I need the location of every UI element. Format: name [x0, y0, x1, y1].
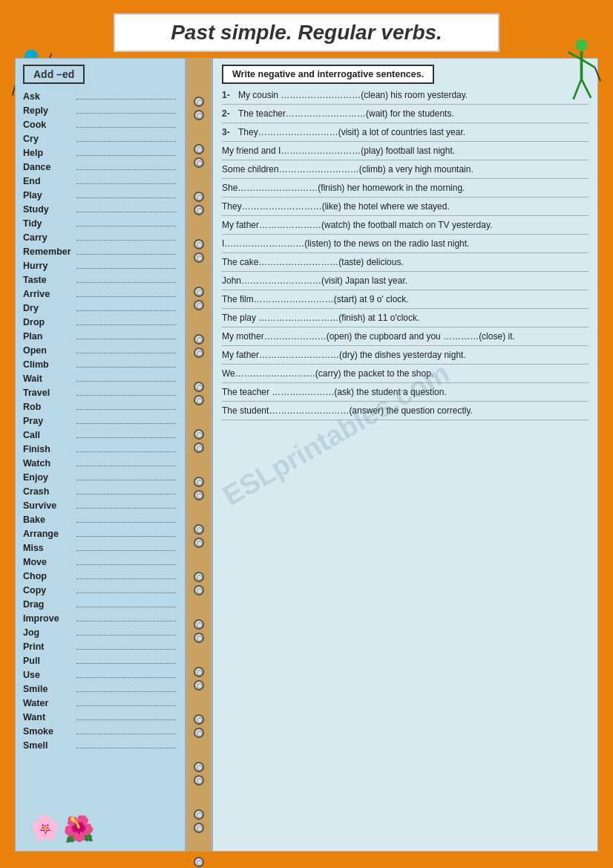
verb-dots: [76, 480, 176, 480]
verb-name: Smell: [23, 739, 75, 753]
sentence-underline: [222, 306, 589, 309]
list-item: Arrive: [23, 287, 177, 301]
list-item: She………………………(finish) her homework in the…: [222, 183, 589, 198]
list-item: Move: [23, 555, 177, 570]
verb-name: Pray: [23, 414, 75, 428]
list-item: Rob: [23, 400, 177, 414]
list-item: Cry: [23, 132, 177, 146]
sentence-text: They………………………(visit) a lot of countries …: [238, 127, 589, 137]
verb-name: Move: [23, 555, 75, 570]
list-item: Smoke: [23, 725, 177, 739]
sentence-text: The teacher………………………(wait) for the stude…: [238, 108, 589, 119]
verb-name: Print: [23, 640, 75, 654]
list-item: Ask: [23, 90, 177, 104]
list-item: Arrange: [23, 527, 177, 541]
verb-dots: [76, 353, 176, 353]
sentence-underline: [222, 139, 589, 142]
verb-name: Travel: [23, 386, 75, 400]
verb-name: Rob: [23, 400, 75, 414]
verb-dots: [76, 169, 176, 170]
verb-dots: [76, 691, 176, 692]
list-item: 1-My cousin ………………………(clean) his room ye…: [222, 90, 589, 105]
sentence-underline: [222, 362, 589, 365]
verb-dots: [76, 635, 176, 636]
verb-dots: [76, 649, 176, 650]
verb-name: Tidy: [23, 217, 75, 231]
list-item: The cake………………………(taste) delicious.: [222, 257, 589, 272]
sentence-underline: [222, 287, 589, 290]
verb-dots: [76, 564, 176, 565]
verb-name: Ask: [23, 90, 75, 104]
verb-name: Improve: [23, 612, 75, 626]
sentence-text: My friend and I………………………(play) football …: [222, 146, 589, 156]
list-item: Survive: [23, 499, 177, 513]
verb-name: End: [23, 174, 75, 189]
verb-name: Smoke: [23, 725, 75, 739]
spiral-pair: [194, 855, 204, 868]
spiral-bottom: [194, 157, 204, 168]
verb-name: Water: [23, 696, 75, 711]
verb-name: Help: [23, 146, 75, 160]
flower-yellow: 🌸: [30, 814, 60, 843]
spiral-bottom: [194, 585, 204, 595]
verb-name: Want: [23, 711, 75, 725]
spiral-bottom: [194, 633, 204, 643]
verb-dots: [76, 324, 176, 325]
list-item: Help: [23, 146, 177, 160]
spiral-top: [194, 524, 204, 535]
sentences-container: 1-My cousin ………………………(clean) his room ye…: [222, 90, 589, 420]
svg-line-12: [574, 79, 582, 99]
spiral-pair: [194, 143, 204, 169]
verb-name: Finish: [23, 443, 75, 457]
verb-name: Cry: [23, 132, 75, 146]
verb-dots: [76, 705, 176, 706]
sentence-text: The student………………………(answer) the questio…: [222, 405, 589, 416]
verb-dots: [76, 494, 176, 495]
spiral-top: [194, 619, 204, 630]
sentence-line: We………………………(carry) the packet to the sho…: [222, 368, 589, 379]
spiral-pair: [194, 760, 204, 787]
verb-name: Play: [23, 189, 75, 203]
list-item: Travel: [23, 386, 177, 400]
verb-dots: [76, 593, 176, 593]
sentence-line: The cake………………………(taste) delicious.: [222, 257, 589, 267]
flowers-decoration: 🌸 🌺: [30, 814, 94, 843]
list-item: Dry: [23, 301, 177, 316]
spiral-pair: [194, 808, 204, 835]
list-item: Crash: [23, 485, 177, 499]
sentence-text: They………………………(like) the hotel where we s…: [222, 201, 589, 212]
list-item: My friend and I………………………(play) football …: [222, 146, 589, 160]
verb-dots: [76, 466, 176, 466]
verb-dots: [76, 141, 176, 142]
list-item: Remember: [23, 245, 177, 259]
verb-dots: [76, 198, 176, 198]
main-content: Add –ed AskReplyCookCryHelpDanceEndPlayS…: [15, 58, 598, 852]
verb-dots: [76, 409, 176, 410]
sentence-line: 3-They………………………(visit) a lot of countrie…: [222, 127, 589, 137]
list-item: John………………………(visit) Japan last year.: [222, 275, 589, 290]
list-item: Plan: [23, 330, 177, 344]
spiral-top: [194, 239, 204, 249]
verb-dots: [76, 663, 176, 664]
sentence-line: John………………………(visit) Japan last year.: [222, 275, 589, 286]
list-item: Water: [23, 696, 177, 711]
spiral-top: [194, 762, 204, 772]
list-item: Wait: [23, 372, 177, 386]
verb-name: Enjoy: [23, 471, 75, 485]
verb-name: Plan: [23, 330, 75, 344]
verb-name: Drop: [23, 316, 75, 330]
sentence-text: The film………………………(start) at 9 o' clock.: [222, 294, 589, 304]
sentence-text: My father………………………(dry) the dishes yeste…: [222, 350, 589, 360]
verb-dots: [76, 677, 176, 678]
list-item: I………………………(listen) to the news on the ra…: [222, 238, 589, 253]
sentence-line: 2-The teacher………………………(wait) for the stu…: [222, 108, 589, 119]
verb-name: Remember: [23, 245, 75, 259]
verb-dots: [76, 536, 176, 537]
spiral-bottom: [194, 395, 204, 405]
spiral-top: [194, 97, 204, 107]
spiral-bottom: [194, 443, 204, 453]
verb-list: AskReplyCookCryHelpDanceEndPlayStudyTidy…: [23, 90, 177, 753]
list-item: Drag: [23, 598, 177, 612]
list-item: Jog: [23, 626, 177, 640]
spiral-top: [194, 667, 204, 677]
